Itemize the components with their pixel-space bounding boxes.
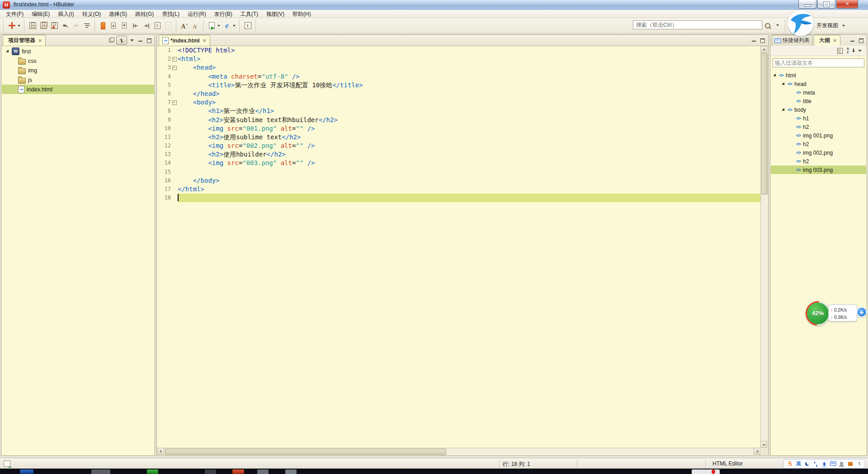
collapse-all-icon[interactable] [108, 37, 115, 43]
dropdown-icon[interactable] [233, 25, 236, 27]
tab-shortcut-list[interactable]: 快捷键列表 [772, 35, 812, 46]
tree-item-h1[interactable]: <>h1 [771, 114, 866, 123]
code-line-16[interactable]: 16 </body> [157, 176, 760, 185]
sort-alphabetical-icon[interactable]: AZ [846, 47, 855, 54]
menu-item-2[interactable]: 插入(I) [54, 10, 78, 18]
close-icon[interactable]: × [38, 38, 42, 43]
panel-maximize-icon[interactable] [146, 37, 153, 43]
tree-item-h2[interactable]: <>h2 [771, 123, 866, 131]
english-mode-icon[interactable]: 英 [794, 460, 803, 467]
panel-maximize-icon[interactable] [858, 37, 865, 43]
toolbar-button-redo[interactable] [71, 20, 81, 31]
toolbar-button-jump-right[interactable] [141, 20, 152, 31]
code-line-6[interactable]: 6 </head> [157, 90, 760, 98]
editor-maximize-icon[interactable] [759, 37, 766, 43]
tree-item-title[interactable]: <>title [771, 97, 866, 105]
toolbar-button-prev-edit-location[interactable] [108, 20, 119, 31]
tree-item-first[interactable]: Wfirst [2, 47, 154, 56]
dropdown-icon[interactable] [18, 25, 20, 27]
menu-item-11[interactable]: 帮助(H) [288, 10, 315, 18]
scroll-up-button[interactable] [760, 46, 767, 53]
memory-usage-ball[interactable]: 42% [806, 301, 830, 326]
restore-view-icon[interactable] [4, 460, 10, 467]
toolbar-button-about-info[interactable]: i [242, 20, 253, 31]
search-button[interactable] [765, 22, 774, 30]
minimize-button[interactable] [798, 0, 816, 9]
code-line-15[interactable]: 15 [157, 168, 760, 176]
tab-index-html[interactable]: <> *index.html × [159, 35, 210, 46]
title-bar[interactable]: H first/index.html - HBuilder ✕ [0, 0, 868, 10]
code-line-5[interactable]: 5 <title>第一次作业 开发环境配置 10徐晗</title> [157, 81, 760, 90]
expanded-arrow-icon[interactable] [781, 107, 788, 113]
tree-item-head[interactable]: <>head [771, 80, 866, 88]
fold-marker[interactable] [172, 55, 178, 63]
dropdown-icon[interactable] [217, 25, 220, 27]
toolbar-button-save-all[interactable] [38, 20, 49, 31]
search-input[interactable] [633, 20, 762, 29]
toolbar-button-font-increase[interactable]: A+ [179, 20, 190, 31]
outline-view-icon[interactable] [836, 47, 844, 54]
fold-marker[interactable] [172, 63, 178, 72]
tree-item-js[interactable]: js [2, 75, 154, 85]
widget-expand-button[interactable]: + [856, 307, 867, 318]
editor-minimize-icon[interactable] [750, 37, 758, 43]
toolbar-button-format[interactable] [81, 20, 92, 31]
toolbar-button-revert[interactable] [49, 20, 60, 31]
code-line-14[interactable]: 14 <img src="003.png" alt="" /> [157, 159, 760, 167]
perspective-switcher[interactable]: 开发视图 [816, 22, 846, 29]
expanded-arrow-icon[interactable] [773, 73, 779, 78]
menu-item-0[interactable]: 文件(F) [2, 10, 28, 18]
menu-item-10[interactable]: 视图(V) [262, 10, 288, 18]
code-line-12[interactable]: 12 <img src="002.png" alt="" /> [157, 142, 760, 150]
toolbar-button-save[interactable] [27, 20, 38, 31]
search-options-dropdown-icon[interactable] [776, 24, 779, 26]
tab-project-manager[interactable]: 项目管理器 × [3, 35, 46, 46]
menu-item-3[interactable]: 转义(O) [78, 10, 105, 18]
toolbox-icon[interactable]: ⌐ [854, 460, 863, 467]
outline-filter-input[interactable] [773, 58, 864, 67]
code-line-8[interactable]: 8 <h1>第一次作业</h1> [157, 107, 760, 115]
menu-item-8[interactable]: 发行(B) [210, 10, 236, 18]
toolbar-button-jump-left[interactable] [130, 20, 141, 31]
code-line-18[interactable]: 18 [157, 194, 760, 202]
sogou-logo-icon[interactable]: S [786, 460, 794, 467]
fold-marker[interactable] [172, 98, 178, 107]
scroll-down-button[interactable] [760, 441, 767, 448]
code-line-1[interactable]: 1<!DOCTYPE html> [157, 46, 760, 55]
close-icon[interactable]: × [833, 38, 837, 43]
tree-item-img-002-png[interactable]: <>img 002.png [771, 148, 866, 157]
editor-vertical-scrollbar[interactable] [760, 46, 768, 448]
tree-item-h2[interactable]: <>h2 [771, 140, 866, 148]
horizontal-scroll-thumb[interactable] [165, 449, 446, 455]
expanded-arrow-icon[interactable] [5, 49, 12, 54]
code-line-10[interactable]: 10 <img src="001.png" alt="" /> [157, 124, 760, 133]
menu-item-7[interactable]: 运行(R) [184, 10, 210, 18]
code-line-3[interactable]: 3 <head> [157, 63, 760, 72]
link-with-editor-toggle[interactable] [116, 36, 127, 45]
menu-item-6[interactable]: 查找(L) [158, 10, 184, 18]
panel-minimize-icon[interactable] [849, 37, 856, 43]
tree-item-css[interactable]: css [2, 56, 154, 66]
toolbar-button-new-file[interactable] [6, 20, 17, 31]
toolbar-button-run-in-browser[interactable] [206, 20, 217, 31]
code-line-17[interactable]: 17</html> [157, 185, 760, 194]
tree-item-img-001-png[interactable]: <>img 001.png [771, 131, 866, 140]
code-editor[interactable]: 1<!DOCTYPE html>2<html>3 <head>4 <meta c… [157, 46, 760, 448]
menu-item-9[interactable]: 工具(T) [236, 10, 262, 18]
vertical-scroll-thumb[interactable] [761, 53, 768, 194]
ime-toolbar[interactable]: S英’,⌐ [783, 459, 865, 469]
code-line-9[interactable]: 9 <h2>安装sublime text和hbuilder</h2> [157, 116, 760, 124]
outline-menu-icon[interactable] [856, 47, 863, 54]
view-menu-icon[interactable] [128, 37, 136, 43]
toolbar-button-browser-ie[interactable]: e [222, 20, 232, 31]
tree-item-img-003-png[interactable]: <>img 003.png [771, 166, 866, 174]
tree-item-meta[interactable]: <>meta [771, 88, 866, 97]
skin-icon[interactable] [846, 460, 854, 467]
tab-outline[interactable]: 大纲 × [814, 35, 840, 46]
punctuation-icon[interactable]: ’, [811, 460, 820, 467]
code-line-13[interactable]: 13 <h2>使用hbuilder</h2> [157, 150, 760, 159]
close-button[interactable]: ✕ [836, 0, 858, 9]
code-line-2[interactable]: 2<html> [157, 55, 760, 63]
menu-item-5[interactable]: 跳转(G) [131, 10, 158, 18]
net-speed-widget[interactable]: 42% ↑0.2K/s ↓0.3K/s + [806, 301, 867, 326]
